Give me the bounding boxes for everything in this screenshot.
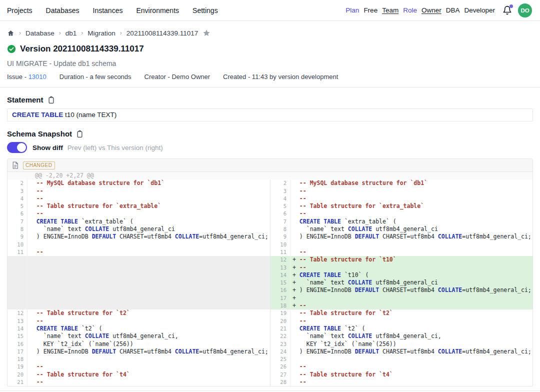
diff-row: 12+ -- Table structure for `t10` (270, 256, 532, 264)
role-option-dba[interactable]: DBA (446, 6, 460, 14)
diff-line-code: + `name` text COLLATE utf8mb4_general_ci (290, 279, 532, 286)
diff-row (8, 272, 270, 279)
diff-file-header: CHANGED (8, 159, 532, 172)
diff-row: 22 `name` text COLLATE utf8mb4_general_c… (270, 332, 532, 340)
breadcrumb-item-3[interactable]: Migration (88, 30, 116, 37)
diff-line-code (28, 279, 270, 286)
breadcrumb-item-4[interactable]: 20211008114339.11017 (126, 30, 198, 37)
diff-line-code: KEY `t2_idx` (`name`(256)) (290, 340, 532, 348)
avatar[interactable]: DO (518, 4, 532, 18)
diff-line-number: 11 (270, 248, 290, 256)
diff-row: 13 -- (8, 318, 270, 325)
show-diff-label: Show diff (32, 144, 63, 152)
diff-line-number (8, 272, 28, 279)
favorite-star-button[interactable] (202, 29, 210, 37)
breadcrumb-items: ›Database›db1›Migration›20211008114339.1… (19, 30, 198, 37)
diff-line-code: -- (28, 363, 270, 370)
diff-line-number: 7 (8, 218, 28, 226)
copy-snapshot-button[interactable] (76, 130, 84, 138)
diff-line-number: 24 (270, 348, 290, 356)
diff-row: 17+ (270, 294, 532, 302)
diff-row: 15 `name` text COLLATE utf8mb4_general_c… (8, 332, 270, 340)
diff-line-number: 2 (270, 180, 290, 187)
diff-row: 12 -- Table structure for `t2` (8, 310, 270, 317)
diff-line-number: 18 (8, 356, 28, 363)
diff-line-code (28, 294, 270, 302)
diff-row: 26 -- (270, 363, 532, 370)
diff-line-code: -- MySQL database structure for `db1` (28, 180, 270, 187)
issue-link[interactable]: 13010 (28, 73, 46, 80)
show-diff-hint: Prev (left) vs This version (right) (68, 144, 163, 152)
diff-line-number: 2 (8, 180, 28, 187)
plan-option-free[interactable]: Free (364, 6, 378, 14)
diff-line-number: 7 (270, 218, 290, 226)
diff-line-code: -- Table structure for `t2` (28, 310, 270, 317)
diff-line-code: -- (290, 195, 532, 202)
diff-row: 10 (8, 241, 270, 248)
diff-line-code: `name` text COLLATE utf8mb4_general_ci (290, 226, 532, 233)
meta-item-4: Created - 11:43 by version development (223, 73, 338, 80)
diff-line-number: 8 (8, 226, 28, 233)
diff-line-code: + ) ENGINE=InnoDB DEFAULT CHARSET=utf8mb… (290, 286, 532, 294)
diff-line-code: -- Table structure for `t4` (28, 371, 270, 378)
nav-item-settings[interactable]: Settings (192, 6, 218, 14)
diff-row: 18+ -- (270, 302, 532, 310)
breadcrumb-item-2[interactable]: db1 (66, 30, 77, 37)
show-diff-toggle[interactable] (7, 142, 27, 153)
diff-line-code: -- (28, 195, 270, 202)
diff-line-number (8, 294, 28, 302)
diff-line-number: 16 (8, 340, 28, 348)
top-nav-items: ProjectsDatabasesInstancesEnvironmentsSe… (7, 6, 218, 14)
notification-dot (510, 4, 513, 8)
breadcrumb: ›Database›db1›Migration›20211008114339.1… (7, 28, 533, 38)
diff-line-code (28, 264, 270, 272)
diff-line-number: 3 (270, 188, 290, 195)
breadcrumb-item-1[interactable]: Database (26, 30, 54, 37)
notification-bell-button[interactable] (502, 6, 512, 15)
schema-snapshot-heading-label: Schema Snapshot (7, 130, 72, 138)
diff-row: 17 ) ENGINE=InnoDB DEFAULT CHARSET=utf8m… (8, 348, 270, 356)
statement-code: CREATE TABLE t10 (name TEXT) (7, 108, 533, 122)
nav-item-instances[interactable]: Instances (93, 6, 123, 14)
diff-line-code (28, 286, 270, 294)
diff-line-code (28, 302, 270, 310)
diff-line-number: 6 (8, 210, 28, 218)
meta-item-2: Duration - a few seconds (60, 73, 132, 80)
diff-line-number: 19 (8, 363, 28, 370)
nav-item-databases[interactable]: Databases (46, 6, 80, 14)
plan-label: Plan (346, 6, 359, 14)
version-meta: Issue - 13010Duration - a few secondsCre… (7, 73, 533, 80)
diff-row: 3 -- (270, 188, 532, 195)
diff-row: 5 -- Table structure for `extra_table` (8, 202, 270, 210)
diff-row: 10 (270, 241, 532, 248)
plan-option-team[interactable]: Team (382, 6, 398, 14)
diff-line-number: 17 (270, 294, 290, 302)
diff-line-code (290, 241, 532, 248)
diff-line-code (28, 356, 270, 363)
role-option-developer[interactable]: Developer (464, 6, 495, 14)
diff-row (8, 286, 270, 294)
diff-line-number: 9 (8, 233, 28, 240)
diff-line-number: 12 (8, 310, 28, 317)
diff-row: 15+ `name` text COLLATE utf8mb4_general_… (270, 279, 532, 286)
role-options: OwnerDBADeveloper (422, 6, 495, 14)
diff-line-number: 21 (8, 378, 28, 386)
diff-row: 18 (8, 356, 270, 363)
diff-row: 9 ) ENGINE=InnoDB DEFAULT CHARSET=utf8mb… (270, 233, 532, 240)
copy-statement-button[interactable] (48, 96, 55, 104)
schema-diff-viewer: CHANGED @@ -2,20 +2,27 @@ 2 -- MySQL dat… (7, 158, 533, 386)
diff-line-code: ) ENGINE=InnoDB DEFAULT CHARSET=utf8mb4 … (290, 348, 532, 356)
diff-line-code: ) ENGINE=InnoDB DEFAULT CHARSET=utf8mb4 … (28, 233, 270, 240)
diff-row (8, 294, 270, 302)
role-option-owner[interactable]: Owner (422, 6, 442, 14)
diff-row (8, 256, 270, 264)
nav-item-projects[interactable]: Projects (7, 6, 32, 14)
chevron-right-icon: › (59, 30, 61, 36)
diff-line-code: -- Table structure for `extra_table` (28, 202, 270, 210)
diff-line-number: 17 (8, 348, 28, 356)
home-link[interactable] (7, 30, 14, 37)
nav-item-environments[interactable]: Environments (136, 6, 179, 14)
diff-line-number: 27 (270, 371, 290, 378)
diff-row: 8 `name` text COLLATE utf8mb4_general_ci (8, 226, 270, 233)
role-label: Role (403, 6, 417, 14)
